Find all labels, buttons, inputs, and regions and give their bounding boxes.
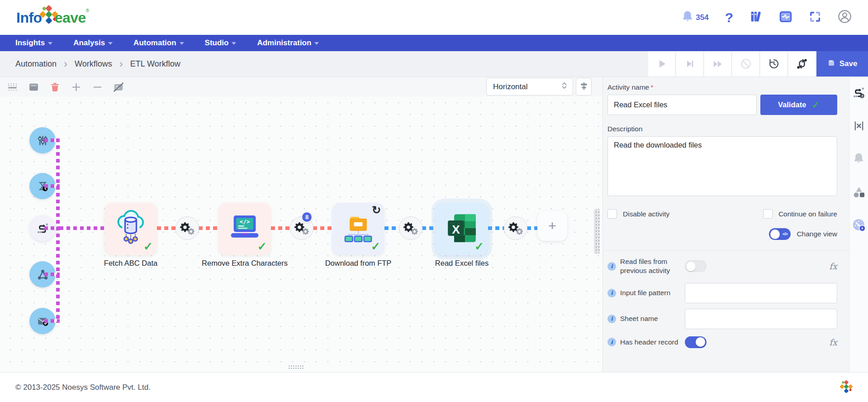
- validated-check-icon: ✓: [371, 240, 380, 253]
- nav-label: Administration: [257, 38, 311, 48]
- right-icon-strip: [849, 77, 868, 372]
- cancel-run-button[interactable]: [732, 51, 759, 77]
- chevron-down-icon: [108, 42, 113, 45]
- change-view-toggle[interactable]: </>: [769, 228, 791, 240]
- nav-item-studio[interactable]: Studio: [205, 38, 237, 48]
- layout-direction-select[interactable]: Horizontal: [486, 78, 573, 96]
- save-label: Save: [840, 59, 858, 68]
- connector-segment: [44, 226, 60, 230]
- chevron-down-icon: [180, 42, 184, 45]
- info-icon[interactable]: i: [607, 262, 616, 271]
- library-button[interactable]: [749, 10, 763, 25]
- weave-logo-icon: [840, 380, 853, 395]
- app-footer: © 2013-2025 Noesys Software Pvt. Ltd.: [0, 372, 868, 402]
- formula-button[interactable]: fx: [823, 261, 837, 271]
- change-view-row: </> Change view: [607, 228, 837, 240]
- node-label: Remove Extra Characters: [190, 259, 299, 268]
- node-label: Download from FTP: [304, 259, 413, 268]
- read-from-previous-toggle[interactable]: [685, 260, 707, 272]
- panel-divider: [603, 250, 849, 251]
- header-actions: 354 ?: [681, 10, 852, 25]
- required-asterisk: *: [650, 83, 653, 91]
- nav-item-insights[interactable]: Insights: [15, 38, 52, 48]
- bottom-resize-handle[interactable]: [288, 365, 304, 370]
- breadcrumb: Automation › Workflows › ETL Workflow: [15, 59, 180, 69]
- breadcrumb-automation[interactable]: Automation: [15, 59, 57, 69]
- node-remove-extra-characters[interactable]: </> ✓: [218, 203, 271, 255]
- notifications-button[interactable]: 354: [681, 10, 708, 25]
- nav-item-automation[interactable]: Automation: [133, 38, 184, 48]
- zoom-out-button[interactable]: [91, 81, 103, 93]
- hide-preview-button[interactable]: [113, 81, 124, 93]
- validated-check-icon: ✓: [257, 240, 267, 253]
- nav-item-analysis[interactable]: Analysis: [73, 38, 113, 48]
- notification-count: 354: [696, 13, 708, 22]
- plus-icon: +: [548, 218, 556, 234]
- distribute-icon: [579, 81, 589, 93]
- panel-resize-handle[interactable]: [594, 209, 600, 254]
- field-label: Sheet name: [620, 314, 685, 323]
- connector-settings-node[interactable]: [175, 216, 199, 240]
- input-file-pattern-input[interactable]: [685, 283, 837, 303]
- disable-activity-checkbox[interactable]: [607, 209, 617, 219]
- validate-button[interactable]: Validate ✓: [760, 95, 837, 115]
- minimap-button[interactable]: [28, 81, 39, 93]
- connector-segment: [44, 139, 60, 142]
- add-activity-button[interactable]: +: [537, 211, 567, 241]
- excel-icon: X: [445, 211, 479, 247]
- validated-check-icon: ✓: [474, 240, 484, 253]
- info-icon[interactable]: i: [607, 315, 616, 323]
- system-monitor-button[interactable]: [779, 10, 792, 25]
- continue-on-failure-option: Continue on failure: [763, 209, 837, 219]
- delete-button[interactable]: [49, 81, 61, 93]
- run-to-step-button[interactable]: [676, 51, 703, 77]
- save-button[interactable]: Save: [816, 51, 868, 77]
- variables-button[interactable]: [852, 118, 866, 133]
- alerts-button[interactable]: [852, 151, 866, 166]
- logo-text-info: Info: [16, 5, 42, 31]
- auto-arrange-button[interactable]: [576, 78, 592, 96]
- fast-forward-button[interactable]: [704, 51, 731, 77]
- main-nav: Insights Analysis Automation Studio Admi…: [0, 35, 868, 51]
- validated-check-icon: ✓: [143, 240, 153, 253]
- chevron-down-icon: [314, 42, 319, 45]
- info-icon[interactable]: i: [607, 289, 616, 297]
- run-workflow-button[interactable]: [648, 51, 675, 77]
- connector-segment: [44, 319, 60, 323]
- formula-button[interactable]: fx: [823, 337, 837, 347]
- node-fetch-abc-data[interactable]: ✓: [104, 203, 157, 255]
- connector-count-badge: 8: [301, 211, 313, 223]
- help-button[interactable]: ?: [725, 11, 733, 24]
- connector-segment: [60, 226, 104, 230]
- breadcrumb-workflows[interactable]: Workflows: [75, 59, 112, 69]
- user-menu-button[interactable]: [838, 10, 852, 25]
- infoveave-logo[interactable]: Info eave ®: [16, 5, 89, 31]
- zoom-in-button[interactable]: [70, 81, 82, 93]
- compare-versions-button[interactable]: [788, 51, 815, 77]
- has-header-record-toggle[interactable]: [685, 336, 707, 348]
- connector-settings-node[interactable]: [504, 216, 527, 240]
- performance-gauge-button[interactable]: [852, 217, 866, 232]
- nav-item-administration[interactable]: Administration: [257, 38, 319, 48]
- workflow-settings-button[interactable]: [852, 85, 866, 100]
- node-read-excel-files[interactable]: X ✓: [436, 203, 488, 255]
- connector-segment: [199, 226, 218, 230]
- folder-tree-icon: [341, 211, 375, 247]
- connector-segment: [488, 226, 504, 230]
- description-textarea[interactable]: Read the downloaded files: [607, 136, 837, 196]
- run-toolbar: Save: [648, 51, 868, 77]
- refresh-icon[interactable]: ↻: [372, 204, 381, 216]
- fullscreen-button[interactable]: [809, 10, 821, 25]
- continue-on-failure-checkbox[interactable]: [763, 209, 773, 219]
- node-download-from-ftp[interactable]: ↻ ✓: [332, 203, 384, 255]
- snap-grid-button[interactable]: [6, 81, 18, 93]
- field-label: Read files from previous activity: [620, 257, 685, 276]
- connector-settings-node[interactable]: [399, 216, 422, 240]
- info-icon[interactable]: i: [607, 338, 616, 346]
- activity-name-input[interactable]: [607, 95, 757, 115]
- workflow-canvas[interactable]: Horizontal: [0, 77, 602, 372]
- shapes-button[interactable]: [852, 184, 866, 199]
- sheet-name-input[interactable]: [685, 309, 837, 329]
- options-row: Disable activity Continue on failure: [607, 209, 837, 219]
- run-history-button[interactable]: [760, 51, 787, 77]
